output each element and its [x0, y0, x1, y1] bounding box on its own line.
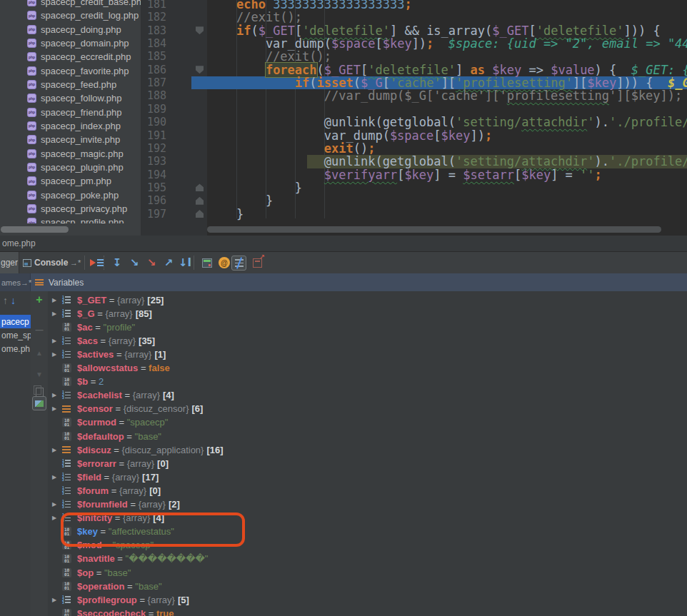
expand-arrow-icon[interactable]: ▶ [50, 351, 59, 358]
step-into-icon[interactable]: ↘ [126, 252, 142, 273]
frames-header[interactable]: ames→* [0, 273, 31, 291]
variable-row[interactable]: 1001$curmod = "spacecp" [48, 415, 687, 429]
variable-row[interactable]: 1001$seccodecheck = true [48, 607, 687, 616]
variable-row[interactable]: ▶123$_G = {array}[85] [48, 307, 687, 320]
tree-item[interactable]: phpspacecp_privacy.php [0, 202, 141, 216]
expand-arrow-icon[interactable]: ▶ [50, 392, 59, 398]
line-number[interactable]: 184 [141, 37, 166, 50]
fold-marker-icon[interactable] [196, 197, 204, 205]
stack-frame-item[interactable]: ome.ph [0, 342, 31, 355]
step-over-icon[interactable]: ↧ [109, 252, 125, 273]
show-watches-toggle-icon[interactable] [31, 396, 48, 410]
expand-arrow-icon[interactable]: ▶ [50, 405, 59, 412]
tree-item[interactable]: phpspacecp_doing.php [0, 23, 141, 36]
show-execution-point-icon[interactable] [89, 252, 104, 273]
expand-arrow-icon[interactable]: ▶ [50, 447, 59, 453]
frame-down-icon[interactable]: ↓ [11, 295, 16, 306]
move-up-icon[interactable]: ▲ [31, 345, 48, 360]
fold-marker-icon[interactable] [196, 183, 204, 191]
expand-arrow-icon[interactable]: ▶ [50, 501, 59, 508]
variable-row[interactable]: 1001$defaultop = "base" [48, 430, 687, 443]
editor-scrollbar-thumb[interactable] [207, 226, 661, 233]
editor-gutter[interactable]: 1811821831841851861871881891901911921931… [141, 0, 207, 236]
variables-tree[interactable]: ▶123$_GET = {array}[25]▶123$_G = {array}… [48, 291, 687, 616]
restore-layout-icon[interactable] [249, 252, 265, 273]
tree-horizontal-scrollbar[interactable] [0, 223, 141, 236]
expand-arrow-icon[interactable]: ▶ [50, 515, 59, 521]
tree-item[interactable]: phpspacecp_plugin.php [0, 161, 141, 174]
stack-frame-item[interactable]: pacecp [0, 315, 31, 328]
variables-menu-icon[interactable] [35, 279, 44, 286]
variable-row[interactable]: ▶123$profilegroup = {array}[5] [48, 593, 687, 607]
tree-item[interactable]: phpspacecp_friend.php [0, 106, 141, 119]
variable-row[interactable]: ▶123$_GET = {array}[25] [48, 293, 687, 307]
variable-row[interactable]: ▶123$field = {array}[17] [48, 470, 687, 484]
tree-item[interactable]: phpspacecp_index.php [0, 119, 141, 133]
fold-marker-icon[interactable] [196, 66, 204, 74]
tree-item[interactable]: phpspacecp_credit_log.php [0, 9, 141, 22]
line-number[interactable]: 192 [141, 142, 166, 155]
variable-row[interactable]: 1001$operation = "base" [48, 580, 687, 593]
line-number[interactable]: 186 [141, 64, 166, 76]
add-watch-icon[interactable]: + [31, 293, 48, 307]
fold-marker-icon[interactable] [196, 26, 204, 34]
line-number[interactable]: 181 [141, 0, 166, 11]
line-number[interactable]: 190 [141, 116, 166, 128]
expand-arrow-icon[interactable]: ▶ [50, 597, 59, 603]
line-number[interactable]: 197 [141, 208, 166, 221]
expand-arrow-icon[interactable]: ▶ [50, 338, 59, 344]
tab-debugger[interactable]: gger [0, 252, 19, 273]
stack-frame-item[interactable]: ome_sp [0, 328, 31, 342]
evaluate-expression-icon[interactable] [199, 252, 215, 273]
expand-arrow-icon[interactable]: ▶ [50, 297, 59, 303]
expand-arrow-icon[interactable]: ▶ [50, 474, 59, 480]
line-numbers-toggle-icon[interactable] [231, 252, 246, 273]
line-number[interactable]: 195 [141, 181, 166, 194]
tree-item[interactable]: phpspacecp_favorite.php [0, 64, 141, 78]
editor-horizontal-scrollbar[interactable] [207, 223, 687, 236]
run-to-cursor-icon[interactable]: ↓I [177, 252, 193, 273]
variable-row[interactable]: 123$errorarr = {array}[0] [48, 457, 687, 470]
tree-item[interactable]: phpspacecp_credit_base.php [0, 0, 141, 9]
tree-item[interactable]: phpspacecp_eccredit.php [0, 50, 141, 64]
line-number[interactable]: 182 [141, 11, 166, 24]
fold-marker-icon[interactable] [196, 210, 204, 218]
tree-item[interactable]: phpspacecp_poke.php [0, 188, 141, 202]
line-number[interactable]: 187 [141, 76, 166, 89]
code-lines[interactable]: echo 333333333333333333; //exit(); if($_… [207, 0, 687, 223]
variable-row[interactable]: 1001$op = "base" [48, 566, 687, 580]
mute-at-icon[interactable]: @ [216, 252, 232, 273]
variable-row[interactable]: ▶123$cachelist = {array}[4] [48, 388, 687, 402]
line-number[interactable]: 185 [141, 50, 166, 63]
frames-pane[interactable]: ↑ ↓ pacecpome_spome.ph [0, 291, 31, 616]
editor-tab-home-php[interactable]: ome.php [2, 238, 36, 248]
tree-item[interactable]: phpspacecp_feed.php [0, 78, 141, 91]
variable-row[interactable]: ▶123$acs = {array}[35] [48, 334, 687, 348]
variable-row[interactable]: ▶123$actives = {array}[1] [48, 348, 687, 361]
variables-header[interactable]: Variables [31, 273, 84, 291]
tab-console[interactable]: Console [34, 252, 68, 273]
line-number[interactable]: 189 [141, 103, 166, 116]
variable-row[interactable]: ▶$discuz = {discuz_application}[16] [48, 443, 687, 457]
line-number[interactable]: 196 [141, 194, 166, 207]
tree-item[interactable]: phpspacecp_profile.php [0, 216, 141, 223]
variable-row[interactable]: 1001$navtitle = "��������" [48, 552, 687, 565]
tree-item[interactable]: phpspacecp_pm.php [0, 174, 141, 188]
project-file-tree[interactable]: phpspacecp_credit_base.phpphpspacecp_cre… [0, 0, 141, 223]
line-number[interactable]: 193 [141, 155, 166, 168]
remove-watch-icon[interactable]: — [31, 323, 48, 337]
frame-up-icon[interactable]: ↑ [3, 295, 8, 306]
expand-arrow-icon[interactable]: ▶ [50, 310, 59, 317]
tree-scrollbar-thumb[interactable] [1, 226, 69, 233]
tree-item[interactable]: phpspacecp_follow.php [0, 91, 141, 105]
variable-row[interactable]: 123$forum = {array}[0] [48, 484, 687, 498]
step-out-icon[interactable]: ↗ [161, 252, 176, 273]
line-number[interactable]: 191 [141, 129, 166, 142]
tree-item[interactable]: phpspacecp_magic.php [0, 147, 141, 161]
tree-item[interactable]: phpspacecp_invite.php [0, 133, 141, 146]
tree-item[interactable]: phpspacecp_domain.php [0, 36, 141, 50]
force-step-into-icon[interactable]: ↘ [144, 252, 159, 273]
variable-row[interactable]: ▶$censor = {discuz_censor}[6] [48, 402, 687, 415]
move-down-icon[interactable]: ▼ [31, 367, 48, 381]
line-number[interactable]: 188 [141, 89, 166, 102]
